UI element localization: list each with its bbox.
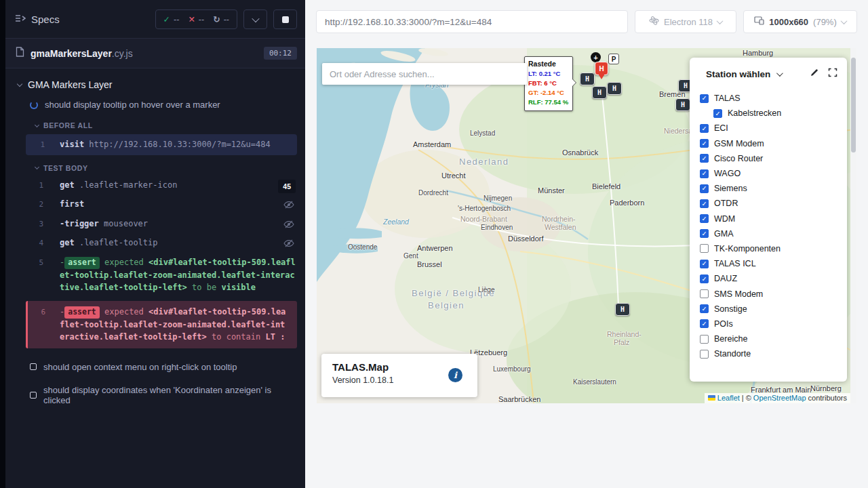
station-filter-item[interactable]: ✓TALAS <box>700 91 840 106</box>
station-filter-item[interactable]: ✓ECI <box>700 121 840 136</box>
map-marker[interactable]: H <box>607 82 622 95</box>
station-filter-item[interactable]: ✓Sonstige <box>700 302 840 317</box>
search-input[interactable] <box>322 63 527 85</box>
stop-tests-button[interactable] <box>273 9 297 29</box>
checkbox-checked-icon[interactable]: ✓ <box>700 214 709 223</box>
checkbox-checked-icon[interactable]: ✓ <box>700 229 709 238</box>
checkbox-checked-icon[interactable]: ✓ <box>700 319 709 328</box>
tooltip-title: Rastede <box>528 59 568 69</box>
command-method: get <box>60 238 75 247</box>
section-label: BEFORE ALL <box>43 121 93 129</box>
checkbox-checked-icon[interactable]: ✓ <box>700 274 709 283</box>
station-filter-item[interactable]: ✓POIs <box>700 317 840 331</box>
assert-tail: LT : <box>265 332 285 342</box>
command-trigger[interactable]: 3 -trigger mouseover <box>5 214 305 234</box>
station-filter-item[interactable]: Bereiche <box>700 331 840 346</box>
assert-visible-row[interactable]: 5 -assert expected <div#leaflet-tooltip-… <box>5 253 305 298</box>
checkbox-checked-icon[interactable]: ✓ <box>700 199 709 208</box>
map-marker[interactable]: P <box>608 54 619 64</box>
station-filter-item[interactable]: ✓TALAS ICL <box>700 256 840 271</box>
command-get-marker[interactable]: 1 get .leaflet-marker-icon 45 <box>5 176 305 195</box>
browser-label: Electron 118 <box>664 17 713 27</box>
suite-title: GMA Markers Layer <box>28 79 112 90</box>
filter-label: DAUZ <box>714 274 737 283</box>
checkbox-unchecked-icon[interactable] <box>700 350 709 359</box>
map-marker[interactable]: H <box>615 303 630 316</box>
station-filter-item[interactable]: ✓WAGO <box>700 166 840 181</box>
checkbox-unchecked-icon[interactable] <box>700 289 709 298</box>
osm-link[interactable]: OpenStreetMap <box>753 394 806 402</box>
station-filter-item[interactable]: Standorte <box>700 346 840 361</box>
edit-pencil-icon[interactable] <box>810 68 819 80</box>
assert-contain-row-failing[interactable]: 6 -assert expected <div#leaflet-tooltip-… <box>26 301 297 348</box>
section-label: TEST BODY <box>43 164 88 172</box>
station-select[interactable]: Station wählen <box>706 69 770 79</box>
station-filter-item[interactable]: ✓Cisco Router <box>700 151 840 166</box>
running-spinner-icon <box>30 101 38 109</box>
section-before-all[interactable]: BEFORE ALL <box>5 115 305 133</box>
station-filter-item[interactable]: ✓WDM <box>700 211 840 226</box>
test-pending-context-menu[interactable]: should open context menu on right-click … <box>5 355 305 378</box>
checkbox-checked-icon[interactable]: ✓ <box>700 139 709 148</box>
station-filter-item[interactable]: ✓OTDR <box>700 196 840 211</box>
filter-label: POIs <box>714 319 733 329</box>
station-filter-item[interactable]: ✓DAUZ <box>700 271 840 286</box>
section-test-body[interactable]: TEST BODY <box>5 157 305 176</box>
checkbox-checked-icon[interactable]: ✓ <box>700 304 709 313</box>
filter-label: TALAS ICL <box>714 259 756 268</box>
station-filter-item[interactable]: ✓Kabelstrecken <box>700 106 840 121</box>
station-filter-item[interactable]: ✓GSM Modem <box>700 136 840 151</box>
hidden-eye-icon <box>283 239 294 251</box>
collapse-all-button[interactable] <box>243 9 267 29</box>
assert-expected: expected <box>104 258 144 267</box>
checkbox-checked-icon[interactable]: ✓ <box>700 260 709 268</box>
url-bar[interactable]: http://192.168.10.33:3000/?m=12&u=484 <box>316 10 628 33</box>
checkbox-checked-icon[interactable]: ✓ <box>713 109 722 118</box>
filter-label: SMS Modem <box>714 289 763 299</box>
command-first[interactable]: 2 first <box>5 195 305 214</box>
checkbox-unchecked-icon[interactable] <box>700 335 709 344</box>
station-filter-item[interactable]: TK-Komponenten <box>700 241 840 256</box>
map-marker[interactable]: H <box>592 86 607 99</box>
hidden-eye-icon <box>283 220 294 232</box>
suite-gma-markers-layer[interactable]: GMA Markers Layer <box>5 71 305 94</box>
checkbox-checked-icon[interactable]: ✓ <box>700 124 709 133</box>
scrollbar-track[interactable] <box>850 48 856 403</box>
checkbox-checked-icon[interactable]: ✓ <box>700 184 709 193</box>
station-filter-item[interactable]: ✓Siemens <box>700 181 840 196</box>
scrollbar-thumb[interactable] <box>851 58 856 152</box>
checkbox-checked-icon[interactable]: ✓ <box>700 154 709 163</box>
test-running-row[interactable]: should display tooltip on hover over a m… <box>5 94 305 115</box>
test-box-icon <box>30 392 37 399</box>
attribution-sep: | © <box>742 394 751 402</box>
viewport-select[interactable]: 1000x660 (79%) <box>743 10 857 33</box>
command-number: 3 <box>28 218 43 230</box>
aut-header: http://192.168.10.33:3000/?m=12&u=484 El… <box>305 0 868 41</box>
checkbox-checked-icon[interactable]: ✓ <box>700 169 709 178</box>
station-filter-item[interactable]: SMS Modem <box>700 286 840 301</box>
map-marker[interactable]: + <box>591 52 601 62</box>
test-pending-coordinates[interactable]: should display coordinates when 'Koordin… <box>5 378 305 411</box>
spec-file-row[interactable]: gmaMarkersLayer.cy.js 00:12 <box>5 39 305 68</box>
stat-passed: ✓-- <box>163 14 180 24</box>
checkbox-checked-icon[interactable]: ✓ <box>700 94 709 103</box>
checkbox-unchecked-icon[interactable] <box>700 244 709 253</box>
fullscreen-icon[interactable] <box>828 68 837 80</box>
info-icon[interactable]: i <box>448 368 462 382</box>
map-marker[interactable]: H <box>580 73 595 85</box>
command-get-tooltip[interactable]: 4 get .leaflet-tooltip <box>5 233 305 253</box>
filter-label: WAGO <box>714 169 741 178</box>
map-marker[interactable]: H <box>675 98 690 111</box>
leaflet-map[interactable]: HamburgBremenNiedersachsenFryslânAmsterd… <box>317 48 856 403</box>
chevron-down-icon[interactable] <box>776 70 783 77</box>
caret-icon <box>35 165 39 169</box>
station-filter-item[interactable]: ✓GMA <box>700 226 840 241</box>
spec-ext: .cy.js <box>112 48 133 59</box>
leaflet-link[interactable]: Leaflet <box>717 394 740 402</box>
specs-nav-button[interactable]: Specs <box>15 14 60 25</box>
stat-pending: ↻-- <box>213 14 229 24</box>
browser-select[interactable]: Electron 118 <box>635 10 736 33</box>
hovered-marker-pin[interactable]: H <box>595 62 608 75</box>
filter-label: WDM <box>714 214 735 224</box>
command-visit[interactable]: 1 visit http://192.168.10.33:3000/?m=12&… <box>26 134 297 155</box>
